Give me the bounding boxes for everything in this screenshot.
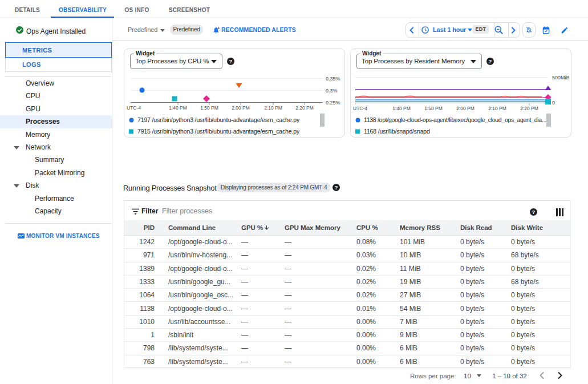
svg-text:2:20 PM: 2:20 PM [520,106,538,111]
svg-text:1:50 PM: 1:50 PM [200,105,218,111]
svg-text:UTC-4: UTC-4 [353,106,367,111]
svg-text:2:00 PM: 2:00 PM [232,105,250,111]
svg-text:UTC-4: UTC-4 [127,105,141,111]
svg-text:2:10 PM: 2:10 PM [488,106,506,111]
svg-text:0.25%: 0.25% [326,100,340,106]
svg-text:500MiB: 500MiB [552,75,570,80]
svg-text:1:40 PM: 1:40 PM [169,105,187,111]
svg-text:2:00 PM: 2:00 PM [456,106,475,111]
svg-text:2:20 PM: 2:20 PM [295,105,314,111]
svg-text:0.3%: 0.3% [326,88,338,94]
svg-text:0.35%: 0.35% [326,76,340,82]
svg-text:1:50 PM: 1:50 PM [424,106,443,111]
svg-text:0: 0 [552,100,555,106]
svg-text:2:10 PM: 2:10 PM [264,105,282,111]
svg-text:1:40 PM: 1:40 PM [392,106,411,111]
